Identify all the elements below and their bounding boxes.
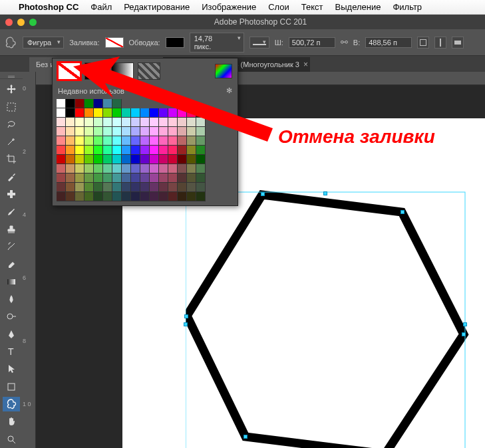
swatch-cell[interactable] <box>75 183 84 192</box>
pen-tool[interactable] <box>3 327 20 342</box>
type-tool[interactable]: T <box>3 344 20 359</box>
swatch-cell[interactable] <box>66 192 75 201</box>
swatch-cell[interactable] <box>84 183 94 192</box>
stroke-width-field[interactable]: 14,78 пикс. <box>190 33 244 53</box>
eraser-tool[interactable] <box>3 257 20 271</box>
swatch-cell[interactable] <box>112 192 122 201</box>
link-wh-icon[interactable]: ⚯ <box>341 37 348 47</box>
menu-select[interactable]: Выделение <box>335 2 381 12</box>
swatch-cell[interactable] <box>140 164 150 173</box>
window-close-button[interactable] <box>5 19 13 26</box>
swatch-cell[interactable] <box>57 173 66 183</box>
swatch-cell[interactable] <box>57 183 66 192</box>
swatch-cell[interactable] <box>94 173 103 183</box>
menu-filter[interactable]: Фильтр <box>393 2 422 12</box>
swatch-cell[interactable] <box>66 164 75 173</box>
swatch-cell[interactable] <box>75 192 84 201</box>
swatch-cell[interactable] <box>84 192 94 201</box>
selection-handle[interactable] <box>243 435 247 439</box>
swatch-cell[interactable] <box>178 183 187 192</box>
swatch-cell[interactable] <box>57 155 66 164</box>
polygon-shape[interactable] <box>186 188 478 448</box>
swatch-cell[interactable] <box>168 192 178 201</box>
swatch-cell[interactable] <box>140 192 150 201</box>
shape-tool[interactable] <box>3 380 20 394</box>
shape-mode-dropdown[interactable]: Фигура <box>23 37 64 49</box>
menu-file[interactable]: Файл <box>90 2 112 12</box>
stroke-swatch[interactable] <box>166 37 184 48</box>
wand-tool[interactable] <box>3 134 20 149</box>
stroke-style-dropdown[interactable] <box>249 37 269 49</box>
fill-swatch[interactable] <box>105 37 124 48</box>
swatch-cell[interactable] <box>57 136 66 146</box>
swatch-cell[interactable] <box>57 164 66 173</box>
swatch-cell[interactable] <box>66 183 75 192</box>
swatch-cell[interactable] <box>57 127 66 136</box>
swatch-cell[interactable] <box>150 164 159 173</box>
swatch-cell[interactable] <box>103 183 112 192</box>
swatch-cell[interactable] <box>94 192 103 201</box>
custom-shape-tool[interactable] <box>3 397 20 411</box>
swatch-cell[interactable] <box>112 164 122 173</box>
gradient-tool[interactable] <box>3 275 20 289</box>
swatch-cell[interactable] <box>196 164 206 173</box>
swatch-cell[interactable] <box>168 183 178 192</box>
app-name-menu[interactable]: Photoshop CC <box>19 2 79 12</box>
align-icon[interactable] <box>434 37 446 49</box>
menu-edit[interactable]: Редактирование <box>124 2 190 12</box>
heal-tool[interactable] <box>3 187 20 201</box>
blur-tool[interactable] <box>3 292 20 306</box>
window-minimize-button[interactable] <box>17 19 25 26</box>
swatch-cell[interactable] <box>112 173 122 183</box>
swatch-cell[interactable] <box>150 192 159 201</box>
swatch-cell[interactable] <box>196 192 206 201</box>
height-field[interactable] <box>365 37 412 48</box>
swatch-cell[interactable] <box>112 183 122 192</box>
path-select-tool[interactable] <box>3 362 20 376</box>
swatch-cell[interactable] <box>57 192 66 201</box>
selection-handle[interactable] <box>401 210 404 214</box>
swatch-cell[interactable] <box>150 183 159 192</box>
swatch-cell[interactable] <box>57 146 66 155</box>
lasso-tool[interactable] <box>3 117 20 132</box>
menu-layers[interactable]: Слои <box>268 2 289 12</box>
swatch-cell[interactable] <box>168 164 178 173</box>
swatch-cell[interactable] <box>94 164 103 173</box>
swatch-cell[interactable] <box>57 118 66 127</box>
swatch-cell[interactable] <box>75 164 84 173</box>
swatch-cell[interactable] <box>159 183 168 192</box>
selection-handle[interactable] <box>184 322 188 326</box>
swatch-cell[interactable] <box>131 183 140 192</box>
selection-handle[interactable] <box>323 191 327 195</box>
swatch-cell[interactable] <box>178 164 187 173</box>
swatch-cell[interactable] <box>187 164 196 173</box>
swatch-cell[interactable] <box>178 192 187 201</box>
hand-tool[interactable] <box>3 414 20 429</box>
swatch-cell[interactable] <box>75 173 84 183</box>
selection-handle[interactable] <box>463 322 467 326</box>
swatch-cell[interactable] <box>159 164 168 173</box>
swatch-cell[interactable] <box>122 173 131 183</box>
swatch-cell[interactable] <box>140 183 150 192</box>
swatch-cell[interactable] <box>187 192 196 201</box>
zoom-tool[interactable] <box>3 432 20 447</box>
swatch-cell[interactable] <box>140 173 150 183</box>
window-zoom-button[interactable] <box>29 19 37 26</box>
swatch-cell[interactable] <box>168 173 178 183</box>
swatch-cell[interactable] <box>122 183 131 192</box>
swatch-cell[interactable] <box>66 173 75 183</box>
eyedropper-tool[interactable] <box>3 169 20 184</box>
dodge-tool[interactable] <box>3 309 20 324</box>
swatch-cell[interactable] <box>103 192 112 201</box>
swatch-cell[interactable] <box>57 108 66 118</box>
swatch-cell[interactable] <box>178 173 187 183</box>
swatch-cell[interactable] <box>131 173 140 183</box>
swatch-cell[interactable] <box>131 192 140 201</box>
panel-grip[interactable] <box>0 74 23 79</box>
menu-text[interactable]: Текст <box>301 2 323 12</box>
swatch-cell[interactable] <box>196 173 206 183</box>
swatch-cell[interactable] <box>159 173 168 183</box>
width-field[interactable] <box>289 37 335 48</box>
swatch-cell[interactable] <box>94 183 103 192</box>
swatch-cell[interactable] <box>103 164 112 173</box>
